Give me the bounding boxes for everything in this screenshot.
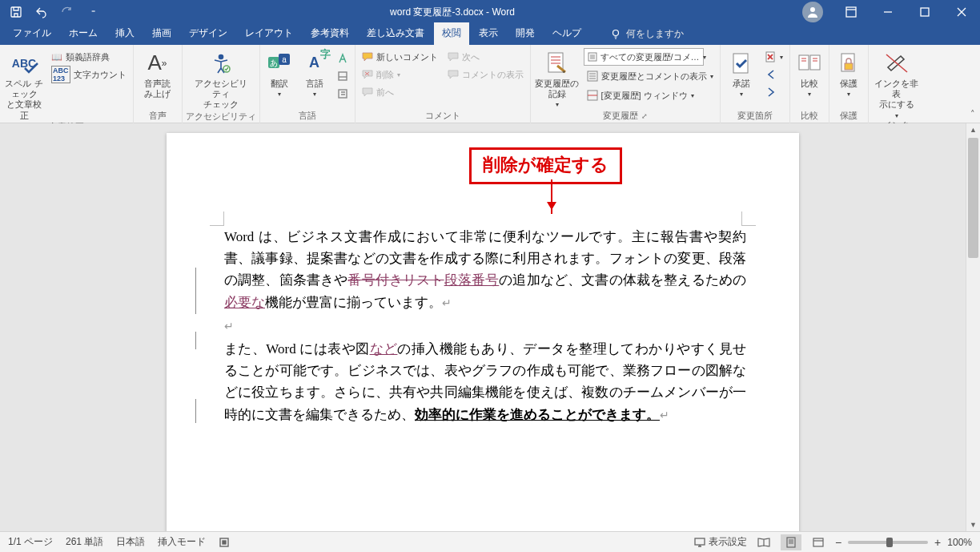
readaloud-button[interactable]: A» 音声読 み上げ	[137, 48, 179, 99]
tracking-launcher[interactable]: ⤢	[641, 112, 648, 120]
accept-icon	[730, 50, 753, 77]
paragraph[interactable]: Word は、ビジネス文書作成において非常に便利なツールです。主に報告書や契約書…	[224, 226, 746, 313]
language-button[interactable]: A字 言語▾	[299, 48, 331, 99]
tracked-insertion[interactable]: 段落番号	[444, 272, 500, 288]
close-button[interactable]	[943, 0, 980, 24]
track-changes-button[interactable]: 変更履歴の 記録▾	[534, 48, 580, 109]
tab-design[interactable]: デザイン	[181, 22, 235, 45]
bold-underline-text[interactable]: 効率的に作業を進めることができます。	[415, 407, 660, 422]
account-avatar[interactable]	[802, 2, 823, 22]
language-icon: A字	[309, 50, 319, 77]
markup-icon	[587, 71, 598, 82]
qat-custom-button[interactable]: ⁼	[83, 2, 102, 22]
tracked-insertion[interactable]: など	[370, 341, 398, 357]
display-settings[interactable]: 表示設定	[694, 535, 747, 549]
new-comment-button[interactable]: 新しいコメント	[359, 48, 441, 66]
web-layout-button[interactable]	[808, 534, 829, 550]
reject-button[interactable]: ▾	[762, 48, 786, 66]
display-mode-select[interactable]: すべての変更履歴/コメ…▾	[584, 48, 704, 66]
group-label-language: 言語	[299, 110, 316, 123]
zoom-slider[interactable]	[848, 541, 928, 544]
redo-button[interactable]	[58, 2, 77, 22]
hide-ink-button[interactable]: インクを非表 示にする▾	[872, 48, 922, 119]
svg-rect-26	[787, 538, 795, 547]
next-change-icon	[765, 87, 777, 98]
accept-button[interactable]: 承諾▾	[724, 48, 759, 99]
document-body[interactable]: Word は、ビジネス文書作成において非常に便利なツールです。主に報告書や契約書…	[224, 226, 746, 427]
tab-file[interactable]: ファイル	[5, 22, 59, 45]
wordcount-button[interactable]: ABC123文字カウント	[48, 66, 130, 83]
scroll-up-button[interactable]: ▲	[966, 123, 980, 136]
reviewing-pane-button[interactable]: [変更履歴] ウィンドウ ▾	[584, 87, 717, 104]
tab-review[interactable]: 校閲	[434, 22, 469, 45]
tab-view[interactable]: 表示	[471, 22, 506, 45]
autosave-icon[interactable]	[6, 2, 26, 22]
paragraph[interactable]: また、Word には表や図などの挿入機能もあり、データを整理してわかりやすく見せ…	[224, 338, 746, 425]
thesaurus-button[interactable]: 📖類義語辞典	[48, 48, 130, 66]
protect-button[interactable]: 保護▾	[833, 48, 865, 99]
zoom-level[interactable]: 100%	[947, 537, 972, 548]
group-protect: 保護▾ 保護	[829, 45, 869, 123]
print-layout-button[interactable]	[781, 534, 801, 550]
ribbon-tabs: ファイル ホーム 挿入 描画 デザイン レイアウト 参考資料 差し込み文書 校閲…	[0, 24, 980, 45]
group-label-speech: 音声	[149, 110, 167, 123]
svg-point-1	[810, 7, 815, 12]
scroll-down-button[interactable]: ▼	[966, 518, 980, 531]
accessibility-button[interactable]: アクセシビリティ チェック	[192, 48, 250, 111]
tab-developer[interactable]: 開発	[508, 22, 543, 45]
delete-comment-button[interactable]: 削除 ▾	[359, 66, 441, 83]
group-compare: 比較▾ 比較	[790, 45, 829, 123]
collapse-ribbon-button[interactable]: ˄	[970, 109, 975, 119]
vertical-scrollbar[interactable]: ▲ ▼	[966, 123, 980, 531]
paragraph[interactable]: ↵	[224, 315, 746, 336]
macro-indicator[interactable]	[219, 537, 230, 548]
page-indicator[interactable]: 1/1 ページ	[8, 535, 53, 549]
prev-comment-button[interactable]: 前へ	[359, 83, 441, 101]
undo-button[interactable]	[32, 2, 51, 22]
ribbon-options-button[interactable]	[833, 0, 870, 24]
scroll-thumb[interactable]	[968, 138, 978, 258]
next-comment-button[interactable]: 次へ	[444, 48, 527, 66]
show-markup-button[interactable]: 変更履歴とコメントの表示 ▾	[584, 67, 717, 85]
word-count[interactable]: 261 単語	[66, 535, 103, 549]
group-label-tracking: 変更履歴	[603, 110, 638, 122]
lang-small1[interactable]	[334, 50, 351, 67]
tell-me-search[interactable]: 何をしますか	[602, 23, 692, 45]
group-label-changes: 変更箇所	[737, 110, 773, 123]
language-indicator[interactable]: 日本語	[116, 535, 145, 549]
zoom-handle[interactable]	[886, 538, 893, 547]
document-area[interactable]: 削除が確定する Word は、ビジネス文書作成において非常に便利なツールです。主…	[0, 123, 966, 531]
read-mode-button[interactable]	[753, 534, 774, 550]
lang-small3[interactable]	[334, 85, 351, 103]
protect-icon	[838, 50, 859, 77]
insert-mode-indicator[interactable]: 挿入モード	[158, 535, 206, 549]
svg-rect-2	[846, 7, 856, 17]
zoom-out-button[interactable]: −	[835, 536, 841, 549]
tracked-deletion[interactable]: 番号付きリスト	[347, 272, 444, 288]
compare-button[interactable]: 比較▾	[793, 48, 825, 99]
svg-rect-17	[733, 54, 748, 73]
spellcheck-button[interactable]: ABC スペル チェック と文章校正	[3, 48, 45, 121]
translate-button[interactable]: あa 翻訳▾	[263, 48, 295, 99]
tab-references[interactable]: 参考資料	[303, 22, 357, 45]
next-change-button[interactable]	[762, 83, 786, 101]
maximize-button[interactable]	[906, 0, 943, 24]
track-changes-icon	[545, 50, 569, 77]
svg-point-5	[219, 55, 223, 59]
titlebar: ⁼ word 変更履歴-3.docx - Word	[0, 0, 980, 24]
tab-layout[interactable]: レイアウト	[237, 22, 301, 45]
show-comments-button[interactable]: コメントの表示	[444, 66, 527, 83]
change-bar	[195, 399, 196, 423]
tab-home[interactable]: ホーム	[61, 22, 106, 45]
tab-insert[interactable]: 挿入	[107, 22, 143, 45]
svg-rect-27	[813, 538, 823, 546]
minimize-button[interactable]	[870, 0, 906, 24]
tab-help[interactable]: ヘルプ	[544, 22, 589, 45]
zoom-in-button[interactable]: +	[934, 536, 941, 549]
tab-draw[interactable]: 描画	[144, 22, 179, 45]
tracked-insertion[interactable]: 必要な	[224, 295, 265, 310]
lang-small2[interactable]	[334, 67, 351, 85]
tab-mailmerge[interactable]: 差し込み文書	[359, 22, 432, 45]
page[interactable]: 削除が確定する Word は、ビジネス文書作成において非常に便利なツールです。主…	[167, 133, 799, 531]
prev-change-button[interactable]	[762, 66, 786, 83]
